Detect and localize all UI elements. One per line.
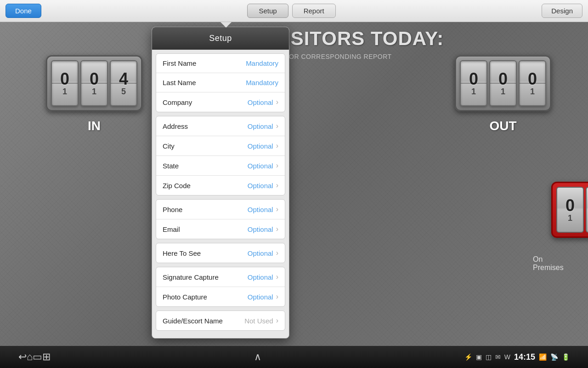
zip-code-chevron: › (276, 181, 278, 190)
digit-in-1: 0 1 (80, 60, 108, 106)
counter-in-label: IN (88, 119, 101, 133)
email-label: Email (163, 225, 180, 233)
back-icon[interactable]: ↩ (18, 351, 27, 363)
zip-code-row[interactable]: Zip Code Optional › (156, 176, 285, 195)
zip-code-status: Optional (248, 182, 273, 190)
guide-escort-row[interactable]: Guide/Escort Name Not Used › (156, 311, 285, 330)
company-label: Company (163, 98, 192, 106)
phone-row[interactable]: Phone Optional › (156, 200, 285, 219)
company-right: Optional › (248, 98, 278, 106)
design-button[interactable]: Design (542, 4, 582, 18)
address-label: Address (163, 122, 188, 130)
phone-chevron: › (276, 205, 278, 213)
setup-tab[interactable]: Setup (247, 4, 288, 18)
address-group: Address Optional › City Optional › State… (156, 116, 285, 196)
digit-in-2: 4 5 (110, 60, 137, 106)
counter-out-label: OUT (489, 119, 516, 133)
zip-code-label: Zip Code (163, 182, 191, 190)
email-row[interactable]: Email Optional › (156, 219, 285, 239)
guide-escort-status: Not Used (244, 317, 273, 325)
email-status: Optional (248, 225, 273, 233)
report-tab[interactable]: Report (292, 4, 336, 18)
digit-mid-0: 0 1 (556, 187, 584, 233)
digit-out-0: 0 1 (460, 60, 487, 106)
first-name-status: Mandatory (246, 59, 278, 67)
capture-group: Signature Capture Optional › Photo Captu… (156, 267, 285, 307)
here-to-see-right: Optional › (248, 249, 278, 257)
first-name-right: Mandatory (246, 59, 278, 67)
signature-capture-row[interactable]: Signature Capture Optional › (156, 267, 285, 287)
address-chevron: › (276, 122, 278, 130)
last-name-label: Last Name (163, 79, 196, 86)
state-row[interactable]: State Optional › (156, 156, 285, 176)
word-icon: W (504, 353, 510, 361)
screenshot-icon[interactable]: ⊞ (42, 351, 51, 363)
here-to-see-group: Here To See Optional › (156, 243, 285, 263)
time-display: 14:15 (514, 352, 535, 362)
guide-escort-right: Not Used › (244, 316, 278, 325)
photo-capture-right: Optional › (248, 293, 278, 301)
email-right: Optional › (248, 225, 278, 233)
counter-middle-display: 0 1 4 5 (551, 182, 588, 238)
here-to-see-status: Optional (248, 249, 273, 257)
photo-icon: ◫ (486, 353, 492, 361)
email-chevron: › (276, 225, 278, 233)
last-name-row[interactable]: Last Name Mandatory (156, 73, 285, 92)
name-group: First Name Mandatory Last Name Mandatory… (156, 53, 285, 112)
state-chevron: › (276, 161, 278, 170)
usb-icon: ⚡ (464, 353, 472, 361)
toolbar-arrow (220, 22, 232, 28)
phone-right: Optional › (248, 205, 278, 213)
home-icon[interactable]: ⌂ (27, 351, 33, 363)
counter-out-display: 0 1 0 1 0 1 (455, 55, 551, 111)
address-status: Optional (248, 122, 273, 130)
guide-escort-chevron: › (276, 316, 278, 325)
signature-capture-chevron: › (276, 273, 278, 281)
photo-capture-status: Optional (248, 293, 273, 301)
address-row[interactable]: Address Optional › (156, 116, 285, 136)
city-right: Optional › (248, 142, 278, 150)
city-status: Optional (248, 142, 273, 150)
signature-capture-label: Signature Capture (163, 273, 219, 281)
nav-center-icon[interactable]: ∧ (254, 351, 261, 363)
address-right: Optional › (248, 122, 278, 130)
state-right: Optional › (248, 161, 278, 170)
guide-escort-label: Guide/Escort Name (163, 317, 223, 325)
setup-panel-header: Setup (152, 27, 289, 50)
setup-panel-body: First Name Mandatory Last Name Mandatory… (152, 50, 289, 338)
here-to-see-label: Here To See (163, 249, 201, 257)
signal-icon: 📡 (550, 353, 558, 361)
city-label: City (163, 142, 175, 150)
counter-out: 0 1 0 1 0 1 OUT (455, 55, 551, 133)
first-name-row[interactable]: First Name Mandatory (156, 54, 285, 73)
photo-capture-chevron: › (276, 293, 278, 301)
on-premises-label: On Premises (533, 255, 564, 272)
signature-capture-status: Optional (248, 273, 273, 281)
photo-capture-label: Photo Capture (163, 293, 207, 301)
escort-group: Guide/Escort Name Not Used › (156, 310, 285, 331)
status-bar: ⚡ ▣ ◫ ✉ W 14:15 📶 📡 🔋 (464, 352, 570, 362)
digit-out-2: 0 1 (519, 60, 546, 106)
city-row[interactable]: City Optional › (156, 136, 285, 156)
wifi-icon: 📶 (539, 353, 547, 361)
last-name-right: Mandatory (246, 79, 278, 86)
setup-panel: Setup First Name Mandatory Last Name Man… (152, 27, 289, 339)
here-to-see-row[interactable]: Here To See Optional › (156, 243, 285, 263)
company-row[interactable]: Company Optional › (156, 92, 285, 112)
visitors-title: ISITORS TODAY: (285, 28, 444, 50)
signature-capture-right: Optional › (248, 273, 278, 281)
mail-icon: ✉ (495, 353, 501, 361)
phone-status: Optional (248, 206, 273, 213)
here-to-see-chevron: › (276, 249, 278, 257)
contact-group: Phone Optional › Email Optional › (156, 199, 285, 239)
toolbar-center: Setup Report (247, 4, 335, 18)
toolbar: Done Setup Report Design (0, 0, 588, 22)
done-button[interactable]: Done (6, 4, 41, 18)
company-chevron: › (276, 98, 278, 106)
photo-capture-row[interactable]: Photo Capture Optional › (156, 287, 285, 306)
counter-in: 0 1 0 1 4 5 IN (46, 55, 142, 133)
recents-icon[interactable]: ▭ (33, 351, 42, 363)
sd-icon: ▣ (476, 353, 482, 361)
first-name-label: First Name (163, 59, 196, 67)
state-status: Optional (248, 162, 273, 170)
